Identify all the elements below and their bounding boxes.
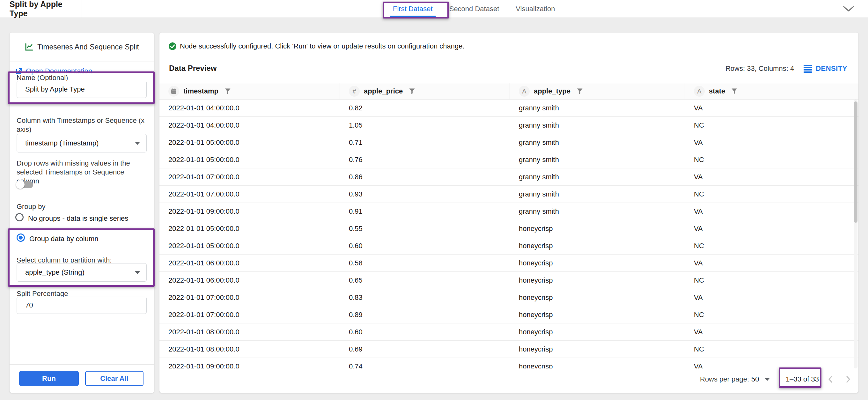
table-cell-state: VA [685,324,859,340]
rows-columns-summary: Rows: 33, Columns: 4 [725,64,794,73]
table-cell-apple-price: 0.91 [340,203,510,220]
table-cell-timestamp: 2022-01-01 09:00:00.0 [159,203,340,220]
table-cell-apple-price: 0.76 [340,151,510,168]
table-cell-apple-type: granny smith [510,117,685,134]
table-row: 2022-01-01 07:00:00.0 0.89 honeycrisp NC [159,306,859,324]
table-body: 2022-01-01 04:00:00.0 0.82 granny smith … [159,99,859,368]
tab-first-dataset[interactable]: First Dataset [384,0,441,18]
table-cell-state: NC [685,341,859,358]
column-header-timestamp[interactable]: timestamp [159,83,340,99]
clear-all-button[interactable]: Clear All [85,371,144,386]
partition-column-select[interactable]: apple_type (String) [17,263,147,282]
divider [9,364,154,365]
run-button[interactable]: Run [19,371,79,386]
table-row: 2022-01-01 07:00:00.0 0.93 granny smith … [159,186,859,203]
previous-page-icon[interactable] [827,369,834,389]
table-cell-timestamp: 2022-01-01 05:00:00.0 [159,237,340,254]
group-by-label: Group by [17,202,147,211]
filter-icon[interactable] [577,88,583,94]
table-cell-apple-type: honeycrisp [510,272,685,289]
table-cell-apple-type: honeycrisp [510,306,685,323]
table-row: 2022-01-01 09:00:00.0 0.74 honeycrisp VA [159,358,859,368]
table-cell-apple-price: 0.86 [340,168,510,185]
column-header-state[interactable]: A state [685,83,859,99]
radio-group-by-column-label: Group data by column [29,235,98,243]
first-dataset-panel: Node successfully configured. Click 'Run… [159,33,859,393]
rows-per-page-select[interactable]: 50 [751,369,759,389]
filter-icon[interactable] [224,88,231,94]
split-percentage-input[interactable] [17,297,147,314]
tab-visualization[interactable]: Visualization [507,0,563,18]
table-summary-cluster: Rows: 33, Columns: 4 DENSITY [725,64,847,73]
table-cell-apple-price: 0.58 [340,254,510,272]
table-cell-apple-type: honeycrisp [510,237,685,254]
table-cell-timestamp: 2022-01-01 07:00:00.0 [159,289,340,306]
drop-rows-toggle[interactable] [17,181,33,188]
table-cell-state: NC [685,186,859,203]
rows-per-page-label: Rows per page: [700,369,749,389]
table-row: 2022-01-01 07:00:00.0 0.86 granny smith … [159,168,859,186]
configuration-panel: Timeseries And Sequence Split Open Docum… [9,33,154,393]
radio-group-by-column[interactable] [17,234,25,242]
table-cell-apple-type: honeycrisp [510,358,685,368]
pagination-bar: Rows per page: 50 1–33 of 33 [159,369,859,389]
column-header-apple-type[interactable]: A apple_type [510,83,685,99]
density-button[interactable]: DENSITY [804,64,847,73]
filter-icon[interactable] [731,88,738,94]
table-cell-timestamp: 2022-01-01 06:00:00.0 [159,254,340,272]
x-axis-field-label: Column with Timestamps or Sequence (x ax… [17,116,147,134]
table-row: 2022-01-01 06:00:00.0 0.65 honeycrisp NC [159,272,859,289]
table-cell-state: VA [685,168,859,185]
table-cell-apple-type: granny smith [510,168,685,185]
calendar-icon [168,86,179,97]
filter-icon[interactable] [409,88,415,94]
tab-second-dataset[interactable]: Second Dataset [441,0,508,18]
table-cell-state: NC [685,151,859,168]
table-row: 2022-01-01 04:00:00.0 1.05 granny smith … [159,117,859,134]
table-cell-state: VA [685,289,859,306]
table-cell-apple-type: granny smith [510,186,685,203]
data-preview-title: Data Preview [169,64,217,73]
table-row: 2022-01-01 06:00:00.0 0.58 honeycrisp VA [159,254,859,272]
table-row: 2022-01-01 05:00:00.0 0.55 honeycrisp VA [159,220,859,237]
scrollbar-thumb[interactable] [854,101,858,223]
chevron-down-icon[interactable] [842,5,855,12]
radio-no-groups[interactable] [15,213,24,221]
table-cell-apple-price: 0.83 [340,289,510,306]
table-row: 2022-01-01 05:00:00.0 0.71 granny smith … [159,134,859,151]
table-cell-timestamp: 2022-01-01 07:00:00.0 [159,306,340,323]
table-cell-state: VA [685,220,859,237]
table-cell-state: NC [685,272,859,289]
table-cell-timestamp: 2022-01-01 04:00:00.0 [159,99,340,116]
table-row: 2022-01-01 05:00:00.0 0.60 honeycrisp NC [159,237,859,254]
table-row: 2022-01-01 08:00:00.0 0.60 honeycrisp VA [159,324,859,341]
table-cell-timestamp: 2022-01-01 05:00:00.0 [159,151,340,168]
table-cell-timestamp: 2022-01-01 04:00:00.0 [159,117,340,134]
success-check-icon [168,42,177,51]
status-row: Node successfully configured. Click 'Run… [168,42,465,51]
table-cell-timestamp: 2022-01-01 08:00:00.0 [159,341,340,358]
table-cell-state: VA [685,358,859,368]
string-type-icon: A [694,86,705,97]
table-cell-apple-price: 0.60 [340,237,510,254]
table-cell-apple-price: 0.65 [340,272,510,289]
table-cell-apple-type: honeycrisp [510,254,685,272]
table-cell-apple-price: 0.71 [340,134,510,151]
table-cell-timestamp: 2022-01-01 05:00:00.0 [159,220,340,237]
table-cell-state: NC [685,237,859,254]
column-header-apple-price[interactable]: # apple_price [340,83,510,99]
table-cell-timestamp: 2022-01-01 07:00:00.0 [159,186,340,203]
name-input[interactable] [17,81,147,98]
chevron-down-icon [135,271,140,274]
next-page-icon[interactable] [845,369,852,389]
table-cell-apple-type: honeycrisp [510,220,685,237]
table-cell-apple-type: granny smith [510,134,685,151]
table-cell-timestamp: 2022-01-01 08:00:00.0 [159,324,340,340]
table-cell-apple-price: 0.89 [340,306,510,323]
table-cell-state: VA [685,254,859,272]
table-cell-apple-price: 0.60 [340,324,510,340]
table-cell-state: VA [685,203,859,220]
x-axis-select[interactable]: timestamp (Timestamp) [17,134,147,152]
timeseries-chart-icon [25,43,33,52]
chevron-down-icon[interactable] [765,369,770,389]
